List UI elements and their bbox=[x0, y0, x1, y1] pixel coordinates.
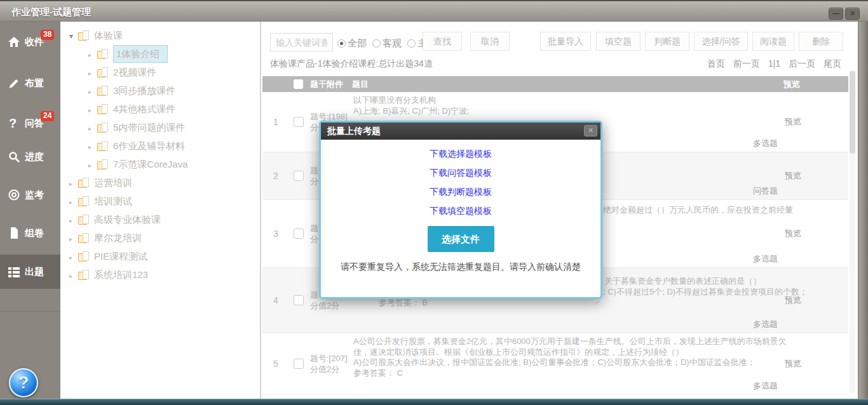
search-input[interactable] bbox=[270, 33, 333, 51]
tree-node[interactable]: 培训测试 bbox=[60, 192, 260, 210]
preview-link[interactable]: 预览 bbox=[785, 295, 801, 306]
judge-button[interactable]: 判断题 bbox=[645, 32, 689, 51]
sidebar-item-assign[interactable]: 布置 bbox=[0, 72, 60, 94]
question-icon: ? bbox=[9, 116, 17, 131]
cancel-button[interactable]: 取消 bbox=[470, 32, 510, 51]
tree-node[interactable]: 5内带问题的课件 bbox=[60, 118, 260, 136]
download-judge-template-link[interactable]: 下载判断题模板 bbox=[321, 187, 600, 198]
question-text: A公司公开发行股票，募集资金2亿元，其中6000万元用于新建一条生产线。公司上市… bbox=[353, 336, 787, 378]
radio-dot bbox=[372, 39, 381, 48]
chevron-right-icon[interactable] bbox=[88, 64, 97, 83]
row-checkbox[interactable] bbox=[294, 171, 304, 181]
question-score: 分值2分 bbox=[310, 364, 348, 375]
folder-doc-icon bbox=[97, 49, 108, 58]
grid-icon bbox=[8, 265, 20, 278]
row-checkbox[interactable] bbox=[294, 229, 304, 239]
resize-handle-icon[interactable] bbox=[592, 297, 599, 305]
delete-button[interactable]: 删除 bbox=[799, 32, 843, 51]
page-first[interactable]: 首页 bbox=[707, 58, 725, 70]
tree-node[interactable]: 2视频课件 bbox=[60, 63, 260, 81]
qa-badge: 24 bbox=[41, 111, 54, 121]
minimize-icon[interactable]: — bbox=[829, 8, 843, 20]
tree-node[interactable]: 3同步播放课件 bbox=[60, 81, 260, 100]
tree-node[interactable]: 运营培训 bbox=[60, 173, 260, 192]
tree-node[interactable]: 摩尔龙培训 bbox=[60, 229, 260, 247]
preview-link[interactable]: 预览 bbox=[785, 228, 801, 239]
tree-node-label: 摩尔龙培训 bbox=[94, 232, 142, 243]
folder-doc-icon bbox=[78, 215, 89, 224]
preview-link[interactable]: 预览 bbox=[785, 116, 801, 128]
reading-button[interactable]: 阅读题 bbox=[752, 32, 794, 51]
chevron-right-icon[interactable] bbox=[69, 248, 78, 267]
select-all-checkbox[interactable] bbox=[294, 79, 303, 89]
search-button[interactable]: 查找 bbox=[423, 32, 462, 51]
dialog-titlebar[interactable]: 批量上传考题 ✕ bbox=[321, 123, 600, 140]
question-type: 问答题 bbox=[753, 185, 778, 197]
sidebar-item-progress[interactable]: 进度 bbox=[0, 146, 60, 168]
page-next[interactable]: 后一页 bbox=[789, 58, 815, 70]
batch-upload-dialog: 批量上传考题 ✕ 下载选择题模板 下载问答题模板 下载判断题模板 下载填空题模板… bbox=[319, 121, 602, 299]
row-checkbox[interactable] bbox=[294, 295, 304, 305]
row-number: 5 bbox=[269, 359, 283, 369]
tree-node[interactable]: 高级专业体验课 bbox=[60, 210, 260, 229]
sidebar-item-paper[interactable]: 组卷 bbox=[0, 222, 60, 244]
sidebar-item-qa[interactable]: ? 问答 24 bbox=[0, 112, 60, 134]
sidebar-item-proctor[interactable]: 监考 bbox=[0, 184, 60, 206]
tree-node-label: 高级专业体验课 bbox=[94, 214, 161, 225]
tree-node[interactable]: PIE课程测试 bbox=[60, 247, 260, 265]
header-question: 题目 bbox=[352, 76, 369, 92]
row-checkbox[interactable] bbox=[294, 359, 304, 369]
dialog-body: 下载选择题模板 下载问答题模板 下载判断题模板 下载填空题模板 选择文件 请不要… bbox=[321, 149, 600, 306]
close-icon[interactable]: ✕ bbox=[845, 8, 860, 20]
chevron-right-icon[interactable] bbox=[69, 193, 78, 211]
pagination: 首页 前一页 1|1 后一页 尾页 bbox=[707, 58, 841, 70]
batch-import-button[interactable]: 批量导入 bbox=[540, 32, 591, 51]
chevron-right-icon[interactable] bbox=[88, 138, 97, 156]
radio-objective[interactable]: 客观 bbox=[372, 37, 402, 50]
fill-blank-button[interactable]: 填空题 bbox=[596, 32, 641, 51]
chevron-right-icon[interactable] bbox=[69, 267, 78, 285]
pencil-icon bbox=[8, 77, 20, 90]
tree-node[interactable]: 4其他格式课件 bbox=[60, 100, 260, 118]
radio-all[interactable]: 全部 bbox=[337, 37, 367, 50]
chevron-right-icon[interactable] bbox=[69, 211, 78, 230]
sidebar-item-create-question[interactable]: 出题 bbox=[0, 255, 60, 289]
chevron-right-icon[interactable] bbox=[88, 101, 97, 119]
row-number: 1 bbox=[269, 117, 283, 127]
help-icon[interactable]: ? bbox=[9, 368, 38, 397]
tree-node-label: 5内带问题的课件 bbox=[113, 122, 185, 133]
tree-node[interactable]: 6作业及辅导材料 bbox=[60, 136, 260, 155]
row-checkbox[interactable] bbox=[294, 117, 304, 127]
question-scope-radios: 全部 客观 主观 bbox=[337, 37, 437, 50]
chevron-right-icon[interactable] bbox=[69, 230, 78, 248]
page-prev[interactable]: 前一页 bbox=[733, 58, 760, 70]
download-fillblank-template-link[interactable]: 下载填空题模板 bbox=[321, 206, 600, 217]
tree-node-label: 1体验介绍 bbox=[113, 45, 168, 63]
dialog-close-icon[interactable]: ✕ bbox=[584, 125, 597, 136]
tree-node[interactable]: 7示范课CoreJava bbox=[60, 155, 260, 173]
chevron-right-icon[interactable] bbox=[69, 175, 78, 193]
search-icon bbox=[8, 150, 20, 163]
bottom-frame-band bbox=[0, 399, 868, 405]
scrollbar-thumb[interactable] bbox=[850, 71, 855, 154]
choose-file-button[interactable]: 选择文件 bbox=[428, 226, 494, 252]
preview-link[interactable]: 预览 bbox=[785, 358, 801, 369]
tree-node-selected[interactable]: 1体验介绍 bbox=[60, 44, 260, 63]
table-header: 题干附件 题目 预览 bbox=[262, 76, 848, 92]
tree-node-root[interactable]: 体验课 bbox=[60, 26, 260, 44]
download-choice-template-link[interactable]: 下载选择题模板 bbox=[321, 149, 600, 160]
chevron-right-icon[interactable] bbox=[88, 46, 97, 64]
tree-node[interactable]: 系统培训123 bbox=[60, 265, 260, 284]
chevron-right-icon[interactable] bbox=[88, 156, 97, 175]
chevron-right-icon[interactable] bbox=[88, 83, 97, 101]
header-attachment: 题干附件 bbox=[310, 76, 343, 92]
chevron-down-icon[interactable] bbox=[69, 27, 78, 46]
folder-doc-icon bbox=[78, 233, 89, 242]
document-icon bbox=[8, 227, 20, 239]
chevron-right-icon[interactable] bbox=[88, 119, 97, 138]
download-qa-template-link[interactable]: 下载问答题模板 bbox=[321, 168, 600, 179]
sidebar-item-inbox[interactable]: 收件 38 bbox=[0, 31, 60, 53]
choice-qa-button[interactable]: 选择/问答 bbox=[694, 32, 748, 51]
page-last[interactable]: 尾页 bbox=[824, 58, 841, 70]
preview-link[interactable]: 预览 bbox=[785, 170, 801, 182]
